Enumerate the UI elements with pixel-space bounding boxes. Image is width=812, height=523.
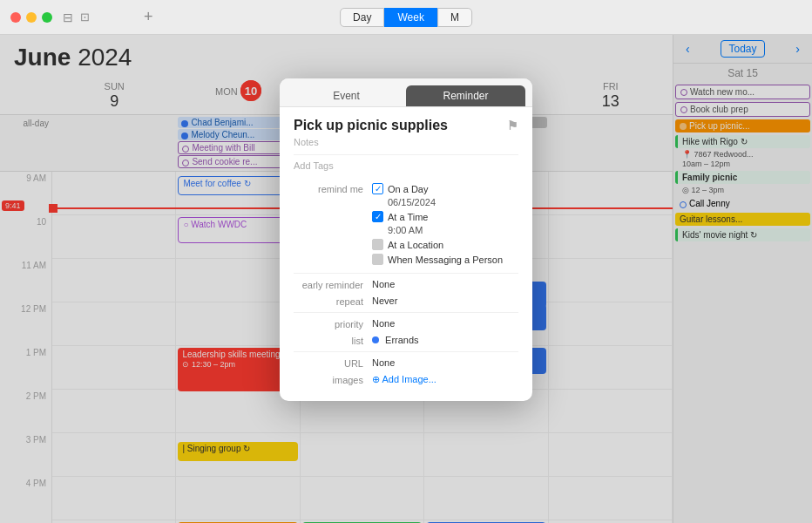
modal-body: Pick up picnic supplies ⚑ Notes Add Tags…	[280, 107, 532, 401]
list-dot	[372, 336, 379, 343]
tab-day[interactable]: Day	[340, 8, 384, 27]
early-reminder-value[interactable]: None	[372, 279, 518, 289]
images-row: images ⊕ Add Image...	[294, 374, 518, 385]
divider-3	[294, 351, 518, 352]
add-event-button[interactable]: +	[144, 8, 153, 26]
when-messaging-row: When Messaging a Person	[372, 254, 518, 265]
tab-event[interactable]: Event	[287, 85, 406, 106]
at-a-time-value: 9:00 AM	[388, 225, 518, 235]
view-tabs: Day Week M	[340, 8, 472, 27]
modal-add-tags[interactable]: Add Tags	[294, 154, 518, 176]
priority-value[interactable]: None	[372, 318, 518, 329]
at-location-label: At a Location	[388, 240, 443, 250]
modal-overlay: Event Reminder Pick up picnic supplies ⚑…	[0, 35, 812, 523]
modal-title-row: Pick up picnic supplies ⚑	[294, 118, 518, 133]
priority-row: priority None	[294, 318, 518, 329]
traffic-lights	[10, 12, 52, 23]
list-row: list Errands	[294, 335, 518, 346]
divider	[294, 273, 518, 274]
sidebar-toggle-icon[interactable]: ⊟	[63, 10, 73, 24]
at-a-time-row: ✓ At a Time	[372, 211, 518, 222]
at-a-time-checkbox[interactable]: ✓	[372, 211, 383, 222]
when-messaging-label: When Messaging a Person	[388, 255, 503, 265]
repeat-label: repeat	[294, 295, 372, 307]
url-value[interactable]: None	[372, 357, 518, 368]
fullscreen-button[interactable]	[42, 12, 52, 23]
at-a-time-label: At a Time	[388, 212, 428, 222]
list-label: list	[294, 335, 372, 346]
titlebar-icons: ⊟ ⊡	[63, 10, 90, 24]
inbox-icon[interactable]: ⊡	[80, 10, 90, 24]
modal-title-text: Pick up picnic supplies	[294, 118, 448, 133]
reminder-modal: Event Reminder Pick up picnic supplies ⚑…	[280, 78, 532, 401]
at-location-row: At a Location	[372, 239, 518, 250]
early-reminder-label: early reminder	[294, 279, 372, 290]
on-a-day-label: On a Day	[388, 184, 428, 194]
priority-label: priority	[294, 318, 372, 329]
modal-tabs: Event Reminder	[280, 78, 532, 107]
images-label: images	[294, 374, 372, 385]
tab-week[interactable]: Week	[384, 8, 436, 27]
when-messaging-checkbox[interactable]	[372, 254, 383, 265]
url-label: URL	[294, 357, 372, 369]
minimize-button[interactable]	[26, 12, 37, 23]
modal-notes[interactable]: Notes	[294, 137, 518, 147]
close-button[interactable]	[10, 12, 21, 23]
tab-reminder[interactable]: Reminder	[406, 85, 525, 106]
tab-month[interactable]: M	[437, 8, 472, 27]
list-value[interactable]: Errands	[372, 335, 518, 345]
remind-me-label: remind me	[294, 183, 372, 194]
url-row: URL None	[294, 357, 518, 369]
early-reminder-row: early reminder None	[294, 279, 518, 290]
on-a-day-checkbox[interactable]: ✓	[372, 183, 383, 194]
titlebar: ⊟ ⊡ + Day Week M	[0, 0, 812, 35]
repeat-value[interactable]: Never	[372, 295, 518, 306]
remind-me-content: ✓ On a Day 06/15/2024 ✓ At a Time 9:00 A…	[372, 183, 518, 268]
divider-2	[294, 312, 518, 313]
add-image-button[interactable]: ⊕ Add Image...	[372, 374, 518, 385]
remind-me-row: remind me ✓ On a Day 06/15/2024 ✓ At a T…	[294, 183, 518, 268]
at-location-checkbox[interactable]	[372, 239, 383, 250]
on-a-day-row: ✓ On a Day	[372, 183, 518, 194]
flag-icon[interactable]: ⚑	[507, 119, 518, 132]
list-name: Errands	[385, 335, 419, 345]
repeat-row: repeat Never	[294, 295, 518, 307]
on-a-day-date: 06/15/2024	[388, 197, 518, 207]
